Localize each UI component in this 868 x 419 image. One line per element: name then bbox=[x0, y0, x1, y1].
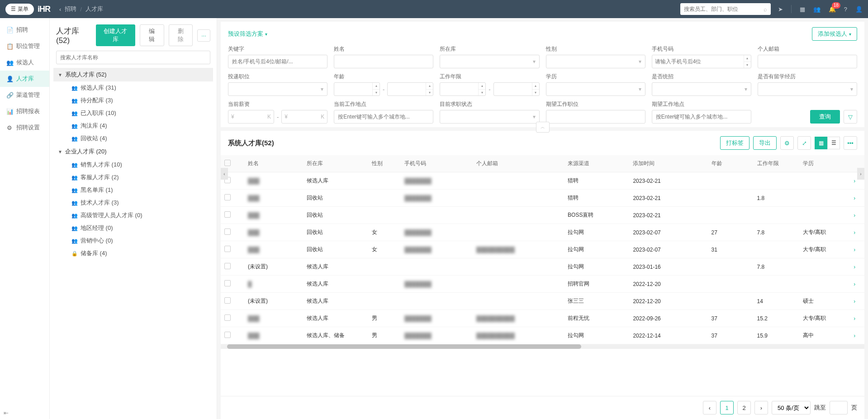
table-row[interactable]: (未设置)候选人库拉勾网2023-01-167.8› bbox=[221, 258, 864, 276]
tree-item[interactable]: 👥营销中心 (0) bbox=[53, 234, 213, 247]
collapse-filter-button[interactable]: ︿ bbox=[536, 122, 550, 133]
row-expand-button[interactable]: › bbox=[845, 276, 864, 293]
stepper-down-icon[interactable]: ▾ bbox=[744, 62, 751, 68]
preset-filter-button[interactable]: 预设筛选方案 ▾ bbox=[228, 30, 267, 38]
row-checkbox[interactable] bbox=[224, 229, 231, 235]
global-search[interactable]: ⌕ bbox=[680, 3, 771, 15]
tree-group-system[interactable]: ▼ 系统人才库 (52) bbox=[53, 68, 213, 81]
edit-button[interactable]: 编辑 bbox=[140, 24, 164, 46]
email-input[interactable] bbox=[758, 55, 857, 68]
export-button[interactable]: 导出 bbox=[753, 136, 777, 150]
expectloc-input[interactable] bbox=[652, 110, 751, 124]
global-search-input[interactable] bbox=[684, 6, 764, 12]
table-row[interactable]: (未设置)候选人库张三三2022-12-2014硕士› bbox=[221, 293, 864, 310]
nav-candidate[interactable]: 👥候选人 bbox=[0, 54, 49, 71]
tree-item[interactable]: 👥候选人库 (31) bbox=[53, 81, 213, 94]
row-expand-button[interactable]: › bbox=[845, 224, 864, 241]
settings-icon-button[interactable]: ⚙ bbox=[780, 136, 794, 150]
contacts-icon[interactable]: 👥 bbox=[813, 6, 821, 13]
jump-input[interactable] bbox=[830, 401, 848, 414]
select-all-checkbox[interactable] bbox=[224, 160, 231, 166]
nav-recruit[interactable]: 📄招聘 bbox=[0, 22, 49, 38]
row-checkbox[interactable] bbox=[224, 332, 231, 338]
stepper-up-icon[interactable]: ▴ bbox=[744, 55, 751, 62]
grid-view-button[interactable]: ▦ bbox=[815, 137, 827, 149]
name-input[interactable] bbox=[334, 55, 433, 68]
page-1-button[interactable]: 1 bbox=[720, 401, 734, 414]
page-size-select[interactable]: 50 条/页 bbox=[772, 401, 811, 414]
row-expand-button[interactable]: › bbox=[845, 310, 864, 327]
row-checkbox[interactable] bbox=[224, 297, 231, 304]
row-expand-button[interactable]: › bbox=[845, 258, 864, 276]
row-checkbox[interactable] bbox=[224, 211, 231, 218]
query-button[interactable]: 查询 bbox=[810, 110, 840, 124]
tree-item[interactable]: 👥地区经理 (0) bbox=[53, 222, 213, 234]
unified-select[interactable]: ▾ bbox=[652, 82, 751, 96]
gender-select[interactable]: ▾ bbox=[546, 55, 645, 68]
send-icon[interactable]: ➤ bbox=[778, 6, 783, 13]
row-expand-button[interactable]: › bbox=[845, 190, 864, 207]
pool-select[interactable]: ▾ bbox=[440, 55, 539, 68]
phone-stepper[interactable]: ▴▾ bbox=[744, 55, 751, 68]
table-row[interactable]: ███回收站女███████拉勾网2023-02-07277.8大专/高职› bbox=[221, 224, 864, 241]
keyword-input[interactable] bbox=[228, 55, 327, 68]
table-row[interactable]: ███候选人库男█████████████████前程无忧2022-09-263… bbox=[221, 310, 864, 327]
create-pool-button[interactable]: 创建人才库 bbox=[96, 24, 135, 46]
table-row[interactable]: ███回收站BOSS直聘2023-02-21› bbox=[221, 207, 864, 224]
salary-max-input[interactable]: ¥K bbox=[281, 110, 327, 124]
tree-item[interactable]: 👥客服人才库 (2) bbox=[53, 171, 213, 184]
more-button[interactable]: ··· bbox=[197, 29, 210, 42]
tree-item[interactable]: 👥销售人才库 (10) bbox=[53, 158, 213, 171]
table-scroll[interactable]: ‹ › 姓名 所在库 性别 手机号码 个人邮箱 来源渠道 添加时间 bbox=[221, 155, 864, 396]
nav-talentpool[interactable]: 👤人才库 bbox=[0, 71, 49, 87]
tree-item[interactable]: 👥技术人才库 (3) bbox=[53, 196, 213, 209]
expand-icon-button[interactable]: ⤢ bbox=[797, 136, 811, 150]
tree-item[interactable]: 👥淘汰库 (4) bbox=[53, 119, 213, 132]
row-expand-button[interactable]: › bbox=[845, 207, 864, 224]
qrcode-icon[interactable]: ▦ bbox=[800, 6, 805, 13]
education-select[interactable]: ▾ bbox=[546, 82, 645, 96]
prev-page-button[interactable]: ‹ bbox=[703, 401, 716, 414]
sidebar-search-input[interactable] bbox=[56, 51, 210, 64]
phone-input[interactable] bbox=[652, 55, 751, 68]
list-view-button[interactable]: ☰ bbox=[827, 137, 840, 149]
position-select[interactable]: ▾ bbox=[228, 82, 327, 96]
row-checkbox[interactable] bbox=[224, 280, 231, 286]
nav-settings[interactable]: ⚙招聘设置 bbox=[0, 119, 49, 136]
abroad-select[interactable]: ▾ bbox=[758, 82, 857, 96]
table-row[interactable]: ███回收站女█████████████████拉勾网2023-02-0731大… bbox=[221, 241, 864, 258]
location-input[interactable] bbox=[334, 110, 433, 124]
tree-item[interactable]: 👥已入职库 (10) bbox=[53, 107, 213, 119]
jobstatus-select[interactable]: ▾ bbox=[440, 110, 539, 124]
table-row[interactable]: ███候选人库、储备男█████████████████拉勾网2022-12-1… bbox=[221, 327, 864, 344]
more-table-button[interactable]: ••• bbox=[844, 136, 857, 150]
scroll-left-button[interactable]: ‹ bbox=[221, 168, 228, 180]
tree-group-enterprise[interactable]: ▼ 企业人才库 (20) bbox=[53, 145, 213, 158]
next-page-button[interactable]: › bbox=[754, 401, 768, 414]
back-icon[interactable]: ‹ bbox=[59, 6, 61, 13]
collapse-nav-button[interactable]: ⇤ bbox=[4, 409, 9, 416]
bell-icon[interactable]: 🔔18 bbox=[829, 6, 836, 13]
nav-channel[interactable]: 🔗渠道管理 bbox=[0, 87, 49, 103]
nav-position[interactable]: 📋职位管理 bbox=[0, 38, 49, 54]
row-checkbox[interactable] bbox=[224, 246, 231, 252]
tree-item[interactable]: 👥待分配库 (3) bbox=[53, 94, 213, 107]
salary-min-input[interactable]: ¥K bbox=[228, 110, 274, 124]
row-checkbox[interactable] bbox=[224, 194, 231, 200]
expectpos-input[interactable] bbox=[546, 110, 645, 124]
nav-report[interactable]: 📊招聘报表 bbox=[0, 103, 49, 119]
scroll-right-button[interactable]: › bbox=[857, 168, 864, 180]
delete-button[interactable]: 删除 bbox=[169, 24, 193, 46]
tree-item[interactable]: 👥高级管理人员人才库 (0) bbox=[53, 209, 213, 222]
row-checkbox[interactable] bbox=[224, 263, 231, 269]
table-row[interactable]: █候选人库███████招聘官网2022-12-20› bbox=[221, 276, 864, 293]
filter-icon-button[interactable]: ▽ bbox=[844, 110, 857, 124]
row-expand-button[interactable]: › bbox=[845, 327, 864, 344]
tree-item[interactable]: 🔒储备库 (4) bbox=[53, 247, 213, 260]
table-row[interactable]: ███候选人库███████猎聘2023-02-21› bbox=[221, 172, 864, 190]
search-icon[interactable]: ⌕ bbox=[764, 6, 767, 13]
row-expand-button[interactable]: › bbox=[845, 241, 864, 258]
page-2-button[interactable]: 2 bbox=[737, 401, 751, 414]
horizontal-scrollbar[interactable] bbox=[221, 344, 864, 349]
user-icon[interactable]: 👤 bbox=[855, 6, 863, 13]
